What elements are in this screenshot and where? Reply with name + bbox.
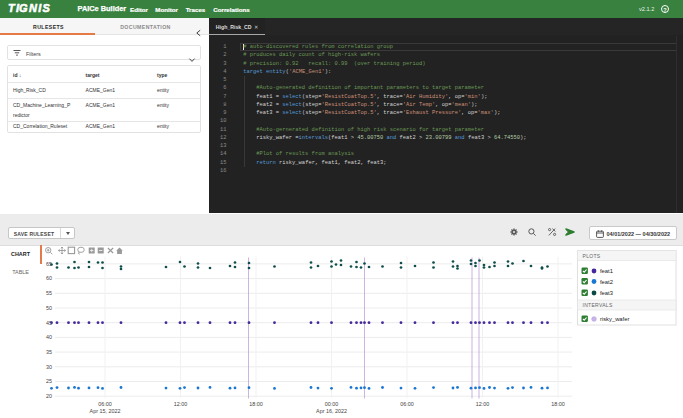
svg-text:PLOTS: PLOTS [583,253,601,259]
svg-text:Apr 16, 2022: Apr 16, 2022 [316,408,347,414]
svg-text:06:00: 06:00 [400,401,414,407]
svg-text:feat2: feat2 [600,279,613,285]
svg-text:65: 65 [46,261,52,267]
svg-text:30: 30 [46,364,52,370]
svg-text:feat3: feat3 [600,290,613,296]
svg-text:feat1: feat1 [600,268,613,274]
svg-text:55: 55 [46,290,52,296]
svg-text:12:00: 12:00 [476,401,490,407]
svg-text:risky_wafer: risky_wafer [600,316,629,322]
svg-text:18:00: 18:00 [249,401,263,407]
svg-text:60: 60 [46,275,52,281]
svg-text:18:00: 18:00 [551,401,565,407]
svg-text:INTERVALS: INTERVALS [583,302,613,308]
svg-text:45: 45 [46,320,52,326]
svg-text:35: 35 [46,349,52,355]
svg-text:06:00: 06:00 [98,401,112,407]
svg-text:40: 40 [46,334,52,340]
svg-text:25: 25 [46,378,52,384]
svg-text:20: 20 [46,393,52,399]
svg-text:00:00: 00:00 [325,401,339,407]
svg-text:12:00: 12:00 [174,401,188,407]
svg-text:Apr 15, 2022: Apr 15, 2022 [90,408,121,414]
svg-text:50: 50 [46,305,52,311]
